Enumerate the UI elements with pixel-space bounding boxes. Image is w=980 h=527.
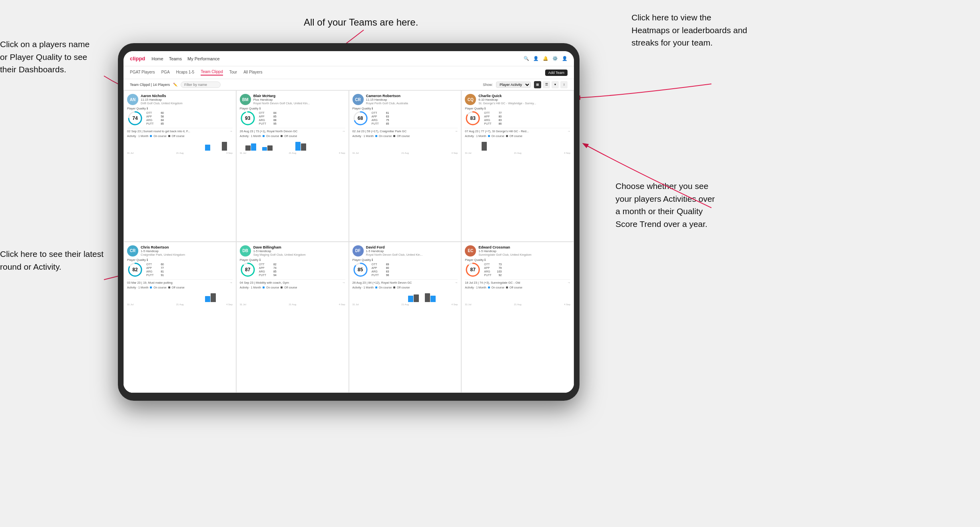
- latest-round[interactable]: 04 Sep 23 | Mobility with coach, Gym →: [240, 279, 345, 284]
- stat-row: OTT 60: [146, 263, 164, 266]
- player-info: Chris Robertson 1-5 Handicap Craigmillar…: [141, 245, 233, 257]
- latest-round[interactable]: 26 Aug 23 | 84 (+12), Royal North Devon …: [353, 279, 458, 284]
- tab-pga[interactable]: PGA: [161, 70, 169, 75]
- search-icon[interactable]: 🔍: [524, 56, 529, 61]
- filter-button[interactable]: ▾: [552, 81, 559, 88]
- tab-pgat[interactable]: PGAT Players: [130, 70, 155, 75]
- player-name[interactable]: Blair McHarg: [253, 94, 345, 98]
- player-header[interactable]: DB Dave Billingham 1-5 Handicap Sag Magi…: [240, 245, 345, 257]
- activity-section: Activity · 1 Month On course Off course …: [127, 286, 233, 306]
- chart-bar: [161, 150, 166, 151]
- latest-round[interactable]: 07 Aug 23 | 77 (+7), St George's Hill GC…: [465, 128, 570, 133]
- player-header[interactable]: CQ Charlie Quick 6-10 Handicap St. Georg…: [465, 94, 570, 105]
- off-course-label: Off course: [172, 286, 185, 289]
- latest-round[interactable]: 03 Mar 23 | 19, Must make putting →: [127, 279, 233, 284]
- activity-chart: 31 Jul 21 Aug 4 Sep: [353, 289, 458, 306]
- player-info: Blair McHarg Plus Handicap Royal North D…: [253, 94, 345, 105]
- stat-row: OTT 61: [372, 111, 389, 114]
- chart-bar: [312, 302, 317, 302]
- off-course-dot: [393, 135, 395, 137]
- stat-label: ARG: [484, 270, 494, 273]
- team-title: Team Clippd | 14 Players: [130, 83, 170, 87]
- bell-icon[interactable]: 🔔: [543, 56, 548, 61]
- player-name[interactable]: Charlie Quick: [478, 94, 570, 98]
- nav-my-performance[interactable]: My Performance: [187, 56, 220, 61]
- stat-value: 86: [496, 122, 502, 125]
- avatar[interactable]: 👤: [562, 56, 568, 61]
- latest-round[interactable]: 26 Aug 23 | 73 (+1), Royal North Devon G…: [240, 128, 345, 133]
- round-arrow[interactable]: →: [454, 129, 458, 133]
- player-header[interactable]: EC Edward Crossman 1-5 Handicap Sunningd…: [465, 245, 570, 257]
- chart-bar: [504, 150, 509, 151]
- edit-icon[interactable]: ✏️: [173, 83, 177, 87]
- chart-bar: [487, 150, 492, 151]
- player-name[interactable]: Edward Crossman: [478, 245, 570, 249]
- player-name[interactable]: Dave Billingham: [253, 245, 345, 249]
- round-arrow[interactable]: →: [229, 129, 233, 133]
- quality-circle-wrap[interactable]: 87 OTT 73 APP 79 ARG 103: [465, 262, 502, 278]
- latest-round[interactable]: 18 Jul 23 | 74 (+3), Sunningdale GC - Ol…: [465, 279, 570, 284]
- quality-circle-wrap[interactable]: 68 OTT 61 APP 63 ARG 75: [353, 110, 389, 126]
- chart-bar: [307, 302, 312, 302]
- player-header[interactable]: AN Aaron Nicholls 11-15 Handicap Drift G…: [127, 94, 233, 105]
- activity-chart: 31 Jul 21 Aug 4 Sep: [240, 289, 345, 306]
- show-select[interactable]: Player Activity: [496, 82, 531, 88]
- grid-view-button[interactable]: ▦: [534, 81, 541, 88]
- list-view-button[interactable]: ☰: [543, 81, 550, 88]
- latest-round[interactable]: 02 Sep 23 | Sunset round to get back int…: [127, 128, 233, 133]
- chart-bar: [273, 302, 278, 302]
- quality-circle-wrap[interactable]: 85 OTT 89 APP 80 ARG 83: [353, 262, 389, 278]
- chart-bar: [521, 302, 526, 302]
- nav-home[interactable]: Home: [151, 56, 163, 61]
- stat-row: PUTT 95: [259, 122, 277, 125]
- filter-input[interactable]: [181, 82, 221, 88]
- nav-teams[interactable]: Teams: [169, 56, 182, 61]
- player-club: Sag Maging Golf Club, United Kingdom: [253, 253, 345, 257]
- add-team-button[interactable]: Add Team: [545, 70, 568, 76]
- quality-section: Player Quality ℹ 93 OTT 84: [240, 107, 345, 126]
- settings-icon[interactable]: ⚙️: [552, 56, 558, 61]
- chart-bar: [194, 150, 199, 151]
- player-name[interactable]: Chris Robertson: [141, 245, 233, 249]
- chart-bar: [447, 150, 452, 151]
- chart-labels: 31 Jul 21 Aug 4 Sep: [465, 152, 570, 154]
- stat-label: APP: [372, 266, 381, 269]
- round-arrow[interactable]: →: [342, 129, 345, 133]
- player-name[interactable]: Cameron Robertson: [366, 94, 458, 98]
- round-arrow[interactable]: →: [567, 281, 570, 284]
- chart-bar: [155, 150, 160, 151]
- quality-circle-wrap[interactable]: 74 OTT 60 APP 58 ARG 84: [127, 110, 164, 126]
- round-arrow[interactable]: →: [229, 281, 233, 284]
- player-name[interactable]: David Ford: [366, 245, 458, 249]
- quality-circle-wrap[interactable]: 82 OTT 60 APP 77 ARG 81: [127, 262, 164, 278]
- quality-circle-wrap[interactable]: 93 OTT 84 APP 85 ARG 88: [240, 110, 277, 126]
- quality-circle-wrap[interactable]: 87 OTT 82 APP 74 ARG 85: [240, 262, 277, 278]
- activity-header: Activity · 1 Month On course Off course: [240, 286, 345, 289]
- chart-label-start: 31 Jul: [465, 152, 471, 154]
- round-arrow[interactable]: →: [342, 281, 345, 284]
- sort-button[interactable]: ↕: [560, 81, 568, 88]
- activity-chart: 31 Jul 21 Aug 4 Sep: [465, 289, 570, 306]
- activity-label: Activity · 1 Month: [353, 286, 374, 289]
- player-header[interactable]: CR Chris Robertson 1-5 Handicap Craigmil…: [127, 245, 233, 257]
- tab-all-players[interactable]: All Players: [243, 70, 262, 75]
- round-arrow[interactable]: →: [454, 281, 458, 284]
- chart-bar: [374, 150, 380, 151]
- user-icon[interactable]: 👤: [533, 56, 539, 61]
- chart-label-end: 4 Sep: [452, 303, 458, 306]
- stat-row: PUTT 92: [484, 274, 502, 276]
- player-header[interactable]: DF David Ford 1-5 Handicap Royal North D…: [353, 245, 458, 257]
- tab-tour[interactable]: Tour: [229, 70, 237, 75]
- player-header[interactable]: BM Blair McHarg Plus Handicap Royal Nort…: [240, 94, 345, 105]
- player-name[interactable]: Aaron Nicholls: [141, 94, 233, 98]
- nav-items: Home Teams My Performance: [151, 56, 219, 61]
- latest-round[interactable]: 02 Jul 23 | 59 (+17), Craigmillar Park G…: [353, 128, 458, 133]
- player-header[interactable]: CR Cameron Robertson 11-15 Handicap Roya…: [353, 94, 458, 105]
- chart-label-start: 31 Jul: [240, 303, 246, 306]
- tab-team-clippd[interactable]: Team Clippd: [201, 70, 223, 76]
- tab-hcaps[interactable]: Hcaps 1-5: [176, 70, 195, 75]
- chart-label-mid: 21 Aug: [514, 152, 522, 154]
- chart-bar: [329, 302, 334, 302]
- round-arrow[interactable]: →: [567, 129, 570, 133]
- quality-circle-wrap[interactable]: 83 OTT 77 APP 80 ARG 83: [465, 110, 502, 126]
